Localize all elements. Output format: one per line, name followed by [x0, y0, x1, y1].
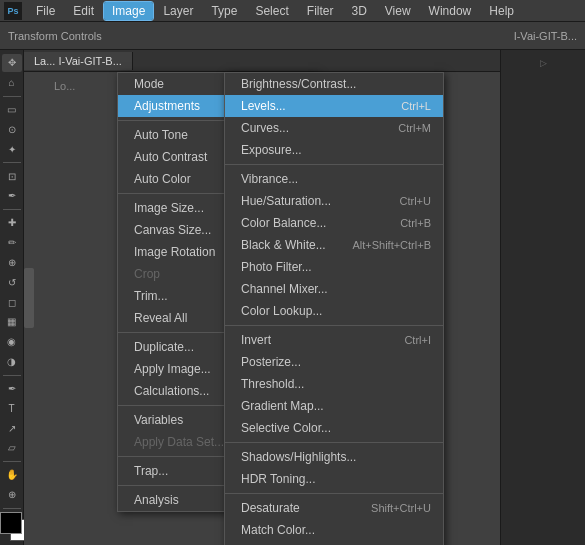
submenu-exposure[interactable]: Exposure... — [225, 139, 443, 161]
adjustments-submenu: Brightness/Contrast... Levels... Ctrl+L … — [224, 72, 444, 545]
panel-placeholder: ▷ — [540, 58, 547, 68]
blur-tool[interactable]: ◉ — [2, 333, 22, 351]
path-tool[interactable]: ↗ — [2, 419, 22, 437]
pen-tool[interactable]: ✒ — [2, 379, 22, 397]
submenu-curves[interactable]: Curves... Ctrl+M — [225, 117, 443, 139]
submenu-color-balance[interactable]: Color Balance... Ctrl+B — [225, 212, 443, 234]
submenu-channel-mixer[interactable]: Channel Mixer... — [225, 278, 443, 300]
separator — [225, 493, 443, 494]
menu-layer[interactable]: Layer — [155, 2, 201, 20]
dodge-tool[interactable]: ◑ — [2, 353, 22, 371]
app-logo: Ps — [4, 2, 22, 20]
submenu-threshold[interactable]: Threshold... — [225, 373, 443, 395]
submenu-gradient-map[interactable]: Gradient Map... — [225, 395, 443, 417]
menu-select[interactable]: Select — [247, 2, 296, 20]
submenu-brightness-contrast[interactable]: Brightness/Contrast... — [225, 73, 443, 95]
eraser-tool[interactable]: ◻ — [2, 293, 22, 311]
submenu-shadows-highlights[interactable]: Shadows/Highlights... — [225, 446, 443, 468]
separator — [225, 442, 443, 443]
menu-filter[interactable]: Filter — [299, 2, 342, 20]
canvas-area: La... I-Vai-GIT-B... Lo... Mode ▶ Adjust… — [24, 50, 500, 545]
hand-tool[interactable]: ✋ — [2, 466, 22, 484]
shape-tool[interactable]: ▱ — [2, 439, 22, 457]
menu-image[interactable]: Image — [104, 2, 153, 20]
vertical-scrollbar[interactable] — [24, 268, 34, 328]
clone-tool[interactable]: ⊕ — [2, 253, 22, 271]
separator — [225, 164, 443, 165]
eyedropper-tool[interactable]: ✒ — [2, 187, 22, 205]
submenu-invert[interactable]: Invert Ctrl+I — [225, 329, 443, 351]
submenu-match-color[interactable]: Match Color... — [225, 519, 443, 541]
heal-tool[interactable]: ✚ — [2, 214, 22, 232]
foreground-color-swatch[interactable] — [0, 512, 22, 534]
submenu-levels[interactable]: Levels... Ctrl+L — [225, 95, 443, 117]
menu-type[interactable]: Type — [203, 2, 245, 20]
submenu-desaturate[interactable]: Desaturate Shift+Ctrl+U — [225, 497, 443, 519]
move-tool[interactable]: ✥ — [2, 54, 22, 72]
submenu-posterize[interactable]: Posterize... — [225, 351, 443, 373]
submenu-black-white[interactable]: Black & White... Alt+Shift+Ctrl+B — [225, 234, 443, 256]
magic-wand-tool[interactable]: ✦ — [2, 140, 22, 158]
crop-tool[interactable]: ⊡ — [2, 167, 22, 185]
menu-bar: Ps File Edit Image Layer Type Select Fil… — [0, 0, 585, 22]
menu-edit[interactable]: Edit — [65, 2, 102, 20]
submenu-selective-color[interactable]: Selective Color... — [225, 417, 443, 439]
menu-file[interactable]: File — [28, 2, 63, 20]
menu-view[interactable]: View — [377, 2, 419, 20]
menu-3d[interactable]: 3D — [343, 2, 374, 20]
submenu-replace-color[interactable]: Replace Color... — [225, 541, 443, 545]
menu-help[interactable]: Help — [481, 2, 522, 20]
separator — [225, 325, 443, 326]
submenu-hdr-toning[interactable]: HDR Toning... — [225, 468, 443, 490]
submenu-vibrance[interactable]: Vibrance... — [225, 168, 443, 190]
marquee-tool[interactable]: ▭ — [2, 101, 22, 119]
main-area: ✥ ⌂ ▭ ⊙ ✦ ⊡ ✒ ✚ ✏ ⊕ ↺ ◻ ▦ ◉ ◑ ✒ T ↗ ▱ ✋ … — [0, 50, 585, 545]
gradient-tool[interactable]: ▦ — [2, 313, 22, 331]
options-spacer: I-Vai-GIT-B... — [514, 30, 577, 42]
text-tool[interactable]: T — [2, 399, 22, 417]
canvas-label: Lo... — [54, 80, 75, 92]
canvas-tab[interactable]: La... I-Vai-GIT-B... — [24, 52, 133, 70]
submenu-hue-saturation[interactable]: Hue/Saturation... Ctrl+U — [225, 190, 443, 212]
zoom-tool[interactable]: ⊕ — [2, 486, 22, 504]
tab-bar: La... I-Vai-GIT-B... — [24, 50, 500, 72]
lasso-tool[interactable]: ⊙ — [2, 120, 22, 138]
left-toolbar: ✥ ⌂ ▭ ⊙ ✦ ⊡ ✒ ✚ ✏ ⊕ ↺ ◻ ▦ ◉ ◑ ✒ T ↗ ▱ ✋ … — [0, 50, 24, 545]
transform-controls-label: Transform Controls — [8, 30, 102, 42]
menu-window[interactable]: Window — [421, 2, 480, 20]
submenu-color-lookup[interactable]: Color Lookup... — [225, 300, 443, 322]
history-tool[interactable]: ↺ — [2, 273, 22, 291]
home-tool[interactable]: ⌂ — [2, 74, 22, 92]
submenu-photo-filter[interactable]: Photo Filter... — [225, 256, 443, 278]
brush-tool[interactable]: ✏ — [2, 234, 22, 252]
options-bar: Transform Controls I-Vai-GIT-B... — [0, 22, 585, 50]
right-panel: ▷ — [500, 50, 585, 545]
